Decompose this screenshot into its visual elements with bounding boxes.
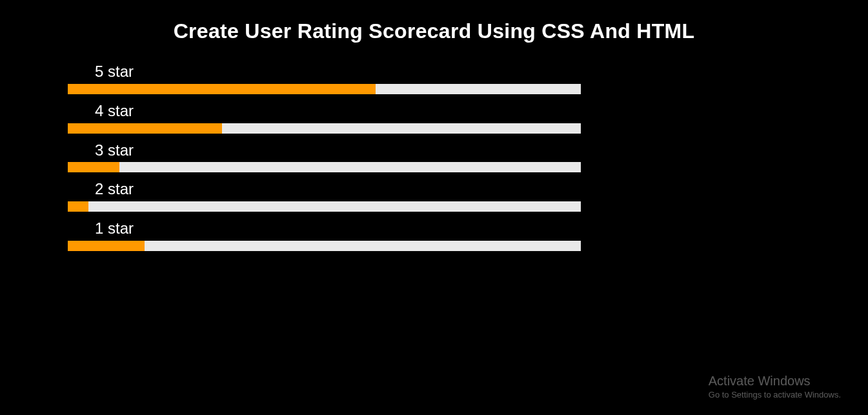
rating-label-5: 5 star <box>68 63 581 81</box>
bar-fill-1 <box>68 241 145 251</box>
bar-track <box>68 84 581 94</box>
bar-fill-3 <box>68 162 119 172</box>
bar-track <box>68 162 581 172</box>
rating-row: 2 star <box>68 180 581 212</box>
bar-track <box>68 201 581 212</box>
rating-row: 3 star <box>68 141 581 173</box>
bar-fill-2 <box>68 201 88 212</box>
rating-label-4: 4 star <box>68 102 581 121</box>
watermark-title: Activate Windows <box>709 374 841 389</box>
bar-track <box>68 241 581 251</box>
rating-row: 4 star <box>68 102 581 134</box>
windows-watermark: Activate Windows Go to Settings to activ… <box>709 374 841 400</box>
bar-fill-5 <box>68 84 376 94</box>
rating-label-1: 1 star <box>68 219 581 238</box>
watermark-subtitle: Go to Settings to activate Windows. <box>709 390 841 400</box>
page-title: Create User Rating Scorecard Using CSS A… <box>0 0 868 63</box>
rating-row: 5 star <box>68 63 581 94</box>
bar-track <box>68 123 581 134</box>
rating-label-3: 3 star <box>68 141 581 160</box>
bar-fill-4 <box>68 123 222 134</box>
rating-row: 1 star <box>68 219 581 251</box>
rating-label-2: 2 star <box>68 180 581 199</box>
rating-chart: 5 star 4 star 3 star 2 star 1 star <box>68 63 581 251</box>
